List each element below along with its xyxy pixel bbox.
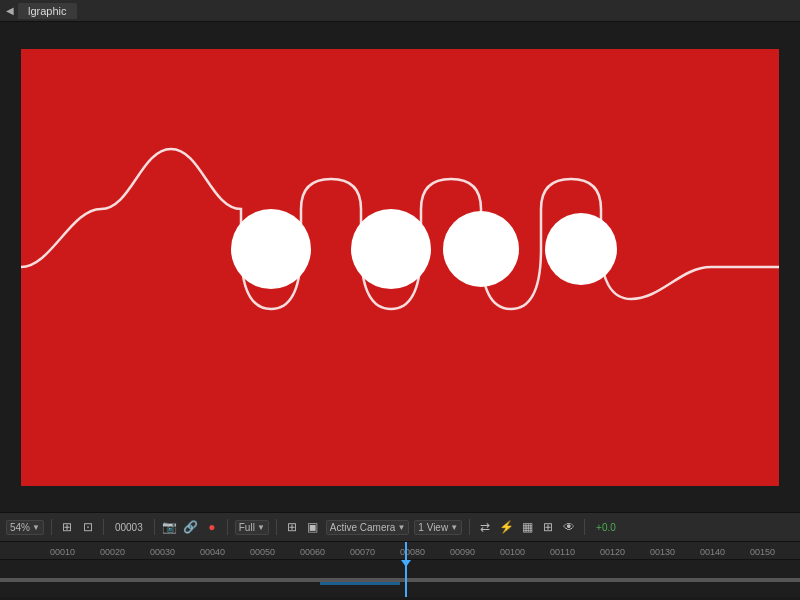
sep-4 bbox=[227, 519, 228, 535]
ruler-tick: 00110 bbox=[550, 547, 575, 557]
title-bar: ◀ lgraphic bbox=[0, 0, 800, 22]
color-icon[interactable]: ● bbox=[204, 519, 220, 535]
zoom-dropdown[interactable]: 54% ▼ bbox=[6, 520, 44, 535]
logo-svg bbox=[21, 49, 779, 486]
link-icon[interactable]: 🔗 bbox=[183, 519, 199, 535]
timecode-display[interactable]: 00003 bbox=[111, 521, 147, 534]
sep-2 bbox=[103, 519, 104, 535]
display-icon[interactable]: ▣ bbox=[305, 519, 321, 535]
ruler-tick: 00090 bbox=[450, 547, 475, 557]
ruler-tick: 00070 bbox=[350, 547, 375, 557]
grid-icon[interactable]: ⊞ bbox=[284, 519, 300, 535]
transfer-icon[interactable]: ⇄ bbox=[477, 519, 493, 535]
canvas-view bbox=[21, 49, 779, 486]
quality-value: Full bbox=[239, 522, 255, 533]
ruler-tick: 00020 bbox=[100, 547, 125, 557]
camera-icon[interactable]: 📷 bbox=[162, 519, 178, 535]
timeline-track[interactable] bbox=[0, 560, 800, 597]
view-count-label: 1 View bbox=[418, 522, 448, 533]
active-camera-label: Active Camera bbox=[330, 522, 396, 533]
timeline-ruler: 0001000020000300004000050000600007000080… bbox=[0, 542, 800, 560]
svg-point-4 bbox=[545, 213, 617, 285]
ruler-tick: 00120 bbox=[600, 547, 625, 557]
offset-value[interactable]: +0.0 bbox=[592, 521, 620, 534]
crop-icon[interactable]: ⊡ bbox=[80, 519, 96, 535]
back-arrow[interactable]: ◀ bbox=[6, 5, 14, 16]
sep-3 bbox=[154, 519, 155, 535]
svg-point-2 bbox=[351, 209, 431, 289]
quality-dropdown[interactable]: Full ▼ bbox=[235, 520, 269, 535]
camera-chevron: ▼ bbox=[397, 523, 405, 532]
graph-icon[interactable]: ▦ bbox=[519, 519, 535, 535]
grid2-icon[interactable]: ⊞ bbox=[540, 519, 556, 535]
svg-point-3 bbox=[443, 211, 519, 287]
ruler-tick: 00060 bbox=[300, 547, 325, 557]
timeline: 0001000020000300004000050000600007000080… bbox=[0, 542, 800, 597]
zoom-chevron: ▼ bbox=[32, 523, 40, 532]
ruler-tick: 00140 bbox=[700, 547, 725, 557]
viewer-toolbar: 54% ▼ ⊞ ⊡ 00003 📷 🔗 ● Full ▼ ⊞ ▣ Active … bbox=[0, 512, 800, 542]
render-icon[interactable]: ⚡ bbox=[498, 519, 514, 535]
sep-1 bbox=[51, 519, 52, 535]
fit-icon[interactable]: ⊞ bbox=[59, 519, 75, 535]
view-chevron: ▼ bbox=[450, 523, 458, 532]
ruler-tick: 00050 bbox=[250, 547, 275, 557]
ruler-tick: 00130 bbox=[650, 547, 675, 557]
eye-icon[interactable]: 👁 bbox=[561, 519, 577, 535]
ruler-tick: 00100 bbox=[500, 547, 525, 557]
sep-5 bbox=[276, 519, 277, 535]
ruler-tick: 00040 bbox=[200, 547, 225, 557]
svg-point-1 bbox=[231, 209, 311, 289]
ruler-tick: 00030 bbox=[150, 547, 175, 557]
ruler-tick: 00010 bbox=[50, 547, 75, 557]
work-area-bar bbox=[0, 578, 800, 582]
quality-chevron: ▼ bbox=[257, 523, 265, 532]
view-count-dropdown[interactable]: 1 View ▼ bbox=[414, 520, 462, 535]
zoom-value: 54% bbox=[10, 522, 30, 533]
cache-bar bbox=[320, 582, 400, 585]
ruler-tick: 00080 bbox=[400, 547, 425, 557]
ruler-tick: 00150 bbox=[750, 547, 775, 557]
sep-7 bbox=[584, 519, 585, 535]
active-camera-dropdown[interactable]: Active Camera ▼ bbox=[326, 520, 410, 535]
sep-6 bbox=[469, 519, 470, 535]
viewer-container bbox=[0, 22, 800, 512]
playhead[interactable] bbox=[405, 542, 407, 597]
tab-label[interactable]: lgraphic bbox=[18, 3, 77, 19]
